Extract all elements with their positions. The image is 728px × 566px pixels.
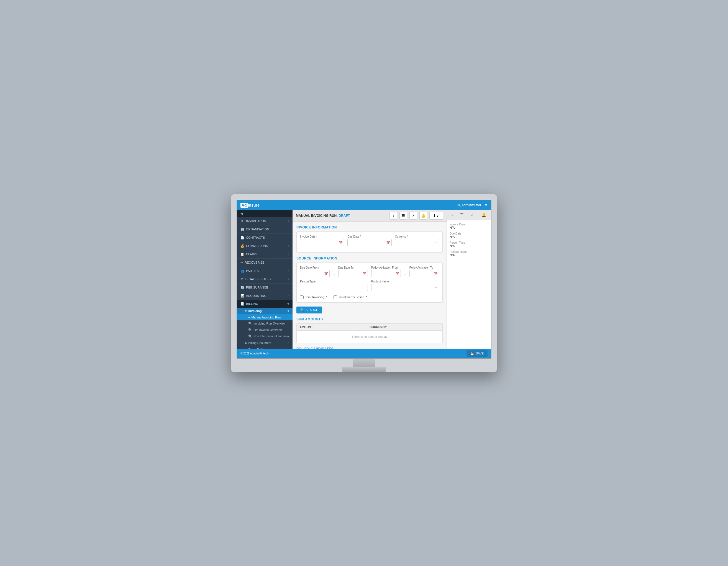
checkbox-row: Joint Invoicing * Installments Based * xyxy=(300,294,439,299)
search-icon-life: 🔍 xyxy=(248,328,252,332)
sidebar-collapse-btn[interactable]: ◀ xyxy=(237,210,293,217)
rp-product-name-field: Product Name N/A xyxy=(450,250,488,257)
chevron-icon: › xyxy=(288,261,289,264)
source-row-2: Person Type Product Name ··· xyxy=(300,280,439,291)
commissions-icon: 💰 xyxy=(240,244,244,248)
sidebar-subitem-direct-debit[interactable]: ≡ Direct Debit › xyxy=(237,346,293,348)
policy-act-from-label: Policy Activation From xyxy=(371,266,401,269)
joint-invoicing-req: * xyxy=(326,295,327,299)
policy-activation-to-group: Policy Activation To 📅 xyxy=(409,266,439,277)
page-status: DRAFT xyxy=(339,214,350,218)
legal-icon: ⚖ xyxy=(240,278,243,281)
invoice-date-input-wrap: 📅 xyxy=(300,239,344,246)
bell-icon[interactable]: 🔔 xyxy=(481,213,486,217)
contracts-icon: 📄 xyxy=(240,236,244,240)
nav-prev-btn[interactable]: ‹ xyxy=(389,212,397,220)
due-date-from-group: Due Date From 📅 xyxy=(300,266,330,277)
currency-input[interactable] xyxy=(395,239,439,246)
invoice-information-card: Invoice Date * 📅 Due Date * xyxy=(296,232,443,253)
sidebar-item-reinsurance[interactable]: 🔄REINSURANCE › xyxy=(237,283,293,292)
monitor-stand xyxy=(237,359,491,372)
policy-act-from-input[interactable] xyxy=(371,270,401,277)
sidebar-item-parties[interactable]: 👥PARTIES › xyxy=(237,267,293,275)
range-separator-1: – xyxy=(333,272,335,277)
joint-invoicing-label[interactable]: Joint Invoicing * xyxy=(300,295,327,299)
logo-suffix: Insure xyxy=(248,203,260,208)
product-name-label: Product Name xyxy=(371,280,439,283)
rp-person-type-label: Person Type xyxy=(450,241,488,244)
list-icon[interactable]: ☰ xyxy=(460,213,464,217)
due-date-to-input[interactable] xyxy=(338,270,368,277)
plus-icon: + xyxy=(248,316,250,319)
stand-base xyxy=(342,367,386,372)
sidebar-label-reinsurance: REINSURANCE xyxy=(246,286,268,289)
policy-activation-from-group: Policy Activation From 📅 xyxy=(371,266,401,277)
chevron-icon: › xyxy=(288,228,289,231)
sidebar-subitem-billing-document[interactable]: ≡ Billing Document › xyxy=(237,339,293,346)
invoice-date-label: Invoice Date * xyxy=(300,235,344,238)
list-view-btn[interactable]: ☰ xyxy=(399,212,407,220)
invoice-info-row: Invoice Date * 📅 Due Date * xyxy=(300,235,439,246)
sidebar-subitem-manual-invoicing-run[interactable]: + Manual Invoicing Run xyxy=(237,314,293,320)
right-panel: › ☰ ✓ 🔔 Invoice Date N/A Due Date N/A xyxy=(447,210,491,348)
currency-input-wrap: ··· xyxy=(395,239,439,246)
parties-icon: 👥 xyxy=(240,269,244,273)
check-circle-icon[interactable]: ✓ xyxy=(471,213,474,217)
top-bar: AdInsure Hi, Administrator ⚙ xyxy=(237,200,491,210)
invoicing-label: Invoicing xyxy=(248,309,262,312)
non-life-invoice-overview-label: Non Life Invoice Overview xyxy=(253,334,289,338)
sidebar-label-commissions: COMMISSIONS xyxy=(246,244,268,248)
page-nav-btn[interactable]: 1 ∨ xyxy=(429,212,443,220)
sidebar-item-accounting[interactable]: 📊ACCOUNTING › xyxy=(237,292,293,300)
source-information-card: Due Date From 📅 – Due Date To xyxy=(296,263,443,303)
person-type-select[interactable] xyxy=(300,284,368,291)
sidebar-item-commissions[interactable]: 💰COMMISSIONS › xyxy=(237,242,293,250)
page-title: MANUAL INVOICING RUN: xyxy=(296,214,338,218)
stand-neck xyxy=(353,359,375,367)
policy-candidates-title: POLICY CANDIDATES xyxy=(296,347,443,348)
installments-based-checkbox[interactable] xyxy=(334,295,337,299)
invoice-information-title: INVOICE INFORMATION xyxy=(296,226,443,229)
due-date-from-input[interactable] xyxy=(300,270,330,277)
sidebar-item-recoveries[interactable]: ↩RECOVERIES › xyxy=(237,259,293,267)
sidebar-item-billing[interactable]: 📑 BILLING ∨ xyxy=(237,300,293,307)
search-button[interactable]: 🔍 SEARCH xyxy=(296,306,322,313)
gear-icon[interactable]: ⚙ xyxy=(485,203,488,207)
chevron-icon: › xyxy=(288,270,289,272)
sidebar-subitem-non-life-invoice-overview[interactable]: 🔍 Non Life Invoice Overview xyxy=(237,333,293,339)
app-logo: AdInsure xyxy=(240,203,260,208)
save-button[interactable]: 💾 SAVE xyxy=(466,350,488,357)
chevron-icon: › xyxy=(288,236,289,239)
due-date-from-label: Due Date From xyxy=(300,266,330,269)
due-date-input[interactable] xyxy=(347,239,391,246)
product-name-input[interactable] xyxy=(371,284,439,291)
invoice-date-group: Invoice Date * 📅 xyxy=(300,235,344,246)
installments-based-label[interactable]: Installments Based * xyxy=(334,295,367,299)
rp-product-name-value: N/A xyxy=(450,254,488,257)
bell-btn[interactable]: 🔔 xyxy=(419,212,427,220)
check-btn[interactable]: ✓ xyxy=(409,212,417,220)
policy-act-to-input[interactable] xyxy=(409,270,439,277)
sidebar-item-organisation[interactable]: 🏢ORGANISATION › xyxy=(237,226,293,234)
sidebar-subitem-invoicing[interactable]: ≡ Invoicing ∨ xyxy=(237,307,293,314)
chevron-icon: › xyxy=(288,220,289,222)
product-name-group: Product Name ··· xyxy=(371,280,439,291)
user-greeting: Hi, Administrator xyxy=(457,203,481,207)
sum-amounts-title: SUM AMOUNTS xyxy=(296,317,443,321)
sidebar-item-claims[interactable]: 📋CLAIMS › xyxy=(237,250,293,259)
sidebar-item-dashboards[interactable]: ⊞DASHBOARDS › xyxy=(237,217,293,226)
joint-invoicing-text: Joint Invoicing xyxy=(305,295,324,299)
policy-act-from-wrap: 📅 xyxy=(371,270,401,277)
invoice-date-input[interactable] xyxy=(300,239,344,246)
sidebar-item-legal-disputes[interactable]: ⚖LEGAL DISPUTES › xyxy=(237,275,293,283)
sidebar-item-contracts[interactable]: 📄CONTRACTS › xyxy=(237,234,293,242)
top-action-bar: ‹ ☰ ✓ 🔔 1 ∨ xyxy=(389,212,443,220)
joint-invoicing-checkbox[interactable] xyxy=(300,295,304,299)
col-currency: CURRENCY xyxy=(370,325,440,329)
chevron-icon: › xyxy=(288,286,289,289)
invoicing-dash-icon: ≡ xyxy=(245,309,247,312)
logo-prefix: Ad xyxy=(240,203,248,208)
chevron-right-icon[interactable]: › xyxy=(452,213,453,217)
sidebar-subitem-life-invoice-overview[interactable]: 🔍 Life Invoice Overview xyxy=(237,327,293,333)
sidebar-subitem-invoicing-run-overview[interactable]: 🔍 Invoicing Run Overview xyxy=(237,320,293,327)
